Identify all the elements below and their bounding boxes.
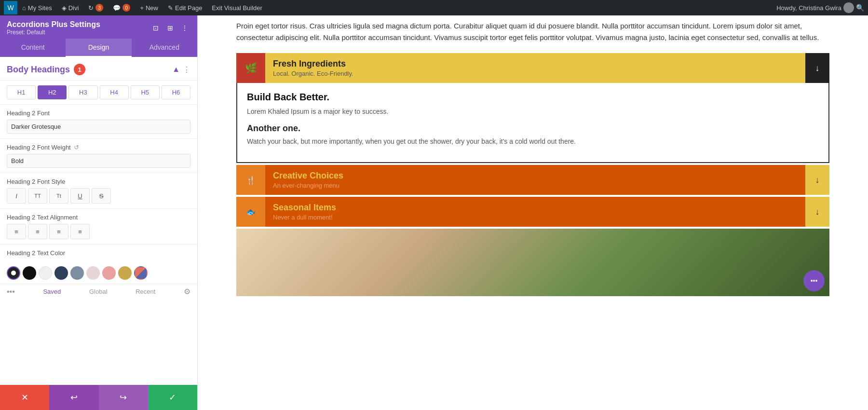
dots-button[interactable]: ••• bbox=[7, 287, 15, 296]
accordion-header-fresh[interactable]: 🌿 Fresh Ingredients Local. Organic. Eco-… bbox=[236, 53, 829, 83]
creative-title-box: Creative Choices An ever-changing menu bbox=[265, 165, 805, 195]
color-swatch-slate[interactable] bbox=[70, 266, 84, 280]
panel-content: Body Headings 1 ▲ ⋮ H1 H2 H3 H4 H5 H6 He… bbox=[0, 57, 197, 385]
align-justify-button[interactable]: ≡ bbox=[70, 224, 90, 239]
creative-arrow[interactable]: ↓ bbox=[805, 165, 829, 195]
color-swatch-blush[interactable] bbox=[86, 266, 100, 280]
section-more-button[interactable]: ⋮ bbox=[183, 65, 190, 74]
italic-button[interactable]: I bbox=[7, 188, 26, 204]
tab-design[interactable]: Design bbox=[66, 39, 131, 57]
wordpress-icon[interactable]: W bbox=[4, 1, 17, 14]
comments-menu[interactable]: 💬 0 bbox=[108, 0, 135, 15]
new-menu[interactable]: + New bbox=[135, 0, 163, 15]
seasonal-icon-box: 🐟 bbox=[236, 197, 265, 227]
seasonal-arrow[interactable]: ↓ bbox=[805, 197, 829, 227]
panel-screenshot-icon[interactable]: ⊡ bbox=[150, 22, 162, 34]
recent-colors-tab[interactable]: Recent bbox=[136, 288, 155, 295]
accordion-header-creative[interactable]: 🍴 Creative Choices An ever-changing menu… bbox=[236, 165, 829, 195]
strikethrough-button[interactable]: S bbox=[92, 188, 111, 204]
floating-action-button[interactable]: ••• bbox=[803, 270, 825, 291]
section-title: Body Headings 1 bbox=[7, 64, 85, 75]
creative-subtitle: An ever-changing menu bbox=[273, 182, 798, 189]
pencil-icon: ✎ bbox=[168, 4, 173, 12]
h1-tab[interactable]: H1 bbox=[7, 85, 36, 99]
house-icon: ⌂ bbox=[22, 4, 26, 12]
color-swatch-gold[interactable] bbox=[118, 266, 132, 280]
creative-icon-box: 🍴 bbox=[236, 165, 265, 195]
color-swatch-white[interactable] bbox=[39, 266, 52, 280]
panel-more-icon[interactable]: ⋮ bbox=[179, 22, 190, 34]
cancel-button[interactable]: ✕ bbox=[0, 385, 49, 410]
redo-button[interactable]: ↪ bbox=[99, 385, 148, 410]
divi-menu[interactable]: ◈ Divi bbox=[57, 0, 84, 15]
fresh-body-heading2: Another one. bbox=[247, 123, 819, 134]
h4-tab[interactable]: H4 bbox=[100, 85, 129, 99]
undo-button[interactable]: ↩ bbox=[49, 385, 98, 410]
font-family-field: Heading 2 Font Darker Grotesque bbox=[0, 105, 197, 139]
accordion-header-seasonal[interactable]: 🐟 Seasonal Items Never a dull moment! ↓ bbox=[236, 197, 829, 227]
body-headings-section: Body Headings 1 ▲ ⋮ bbox=[0, 57, 197, 81]
font-style-buttons: I TT Tt U S bbox=[7, 188, 190, 204]
updates-menu[interactable]: ↻ 3 bbox=[83, 0, 108, 15]
updates-badge: 3 bbox=[95, 4, 103, 12]
tab-content[interactable]: Content bbox=[0, 39, 66, 57]
search-icon[interactable]: 🔍 bbox=[856, 4, 864, 12]
fresh-body-para2: Watch your back, but more importantly, w… bbox=[247, 137, 819, 147]
color-swatch-black[interactable] bbox=[23, 266, 36, 280]
color-swatch-rose[interactable] bbox=[102, 266, 116, 280]
h2-tab[interactable]: H2 bbox=[38, 85, 67, 99]
underline-button[interactable]: U bbox=[70, 188, 90, 204]
font-family-label: Heading 2 Font bbox=[7, 109, 190, 117]
align-left-button[interactable]: ≡ bbox=[7, 224, 26, 239]
alignment-buttons: ≡ ≡ ≡ ≡ bbox=[7, 224, 190, 239]
fresh-body-heading1: Build Back Better. bbox=[247, 92, 819, 103]
accordion-creative-choices: 🍴 Creative Choices An ever-changing menu… bbox=[236, 165, 829, 195]
section-badge: 1 bbox=[74, 64, 85, 75]
panel-columns-icon[interactable]: ⊞ bbox=[164, 22, 176, 34]
text-color-section: Heading 2 Text Color bbox=[0, 245, 197, 262]
my-sites-menu[interactable]: ⌂ My Sites bbox=[17, 0, 57, 15]
comments-badge: 0 bbox=[122, 4, 130, 12]
right-content: Proin eget tortor risus. Cras ultricies … bbox=[198, 15, 868, 410]
seasonal-title-box: Seasonal Items Never a dull moment! bbox=[265, 197, 805, 227]
panel-header-icons: ⊡ ⊞ ⋮ bbox=[150, 22, 190, 34]
text-color-label: Heading 2 Text Color bbox=[7, 249, 190, 257]
top-bar: W ⌂ My Sites ◈ Divi ↻ 3 💬 0 + New ✎ Edit… bbox=[0, 0, 868, 15]
h6-tab[interactable]: H6 bbox=[162, 85, 190, 99]
panel-header-left: Accordions Plus Settings Preset: Default bbox=[7, 20, 100, 36]
dots-icon: ••• bbox=[811, 277, 818, 285]
align-center-button[interactable]: ≡ bbox=[28, 224, 47, 239]
uppercase-button[interactable]: TT bbox=[28, 188, 47, 204]
color-picker-swatch[interactable] bbox=[7, 266, 20, 280]
divi-icon: ◈ bbox=[62, 4, 67, 12]
font-family-select[interactable]: Darker Grotesque bbox=[7, 120, 190, 134]
reset-weight-icon[interactable]: ↺ bbox=[74, 144, 79, 151]
font-weight-select[interactable]: Bold bbox=[7, 154, 190, 168]
collapse-button[interactable]: ▲ bbox=[172, 65, 180, 74]
color-swatch-gradient[interactable] bbox=[134, 266, 148, 280]
global-colors-tab[interactable]: Global bbox=[89, 288, 108, 295]
exit-visual-builder-button[interactable]: Exit Visual Builder bbox=[207, 0, 267, 15]
h5-tab[interactable]: H5 bbox=[131, 85, 160, 99]
panel-tabs: Content Design Advanced bbox=[0, 39, 197, 57]
capitalize-button[interactable]: Tt bbox=[49, 188, 68, 204]
fresh-title: Fresh Ingredients bbox=[273, 59, 798, 69]
color-swatch-navy[interactable] bbox=[54, 266, 68, 280]
font-style-label: Heading 2 Font Style bbox=[7, 178, 190, 185]
seasonal-title: Seasonal Items bbox=[273, 203, 798, 213]
heading-tabs: H1 H2 H3 H4 H5 H6 bbox=[0, 81, 197, 105]
fresh-title-box: Fresh Ingredients Local. Organic. Eco-Fr… bbox=[265, 53, 805, 83]
text-alignment-label: Heading 2 Text Alignment bbox=[7, 214, 190, 221]
edit-page-button[interactable]: ✎ Edit Page bbox=[163, 0, 207, 15]
saved-colors-tab[interactable]: Saved bbox=[43, 288, 61, 295]
avatar[interactable] bbox=[843, 2, 854, 13]
fresh-arrow[interactable]: ↓ bbox=[805, 53, 829, 83]
save-button[interactable]: ✓ bbox=[148, 385, 197, 410]
h3-tab[interactable]: H3 bbox=[68, 85, 97, 99]
main-layout: Accordions Plus Settings Preset: Default… bbox=[0, 15, 868, 410]
tab-advanced[interactable]: Advanced bbox=[132, 39, 197, 57]
intro-text: Proin eget tortor risus. Cras ultricies … bbox=[198, 15, 868, 53]
align-right-button[interactable]: ≡ bbox=[49, 224, 68, 239]
color-swatches bbox=[0, 262, 197, 284]
color-settings-icon[interactable]: ⚙ bbox=[184, 287, 190, 296]
